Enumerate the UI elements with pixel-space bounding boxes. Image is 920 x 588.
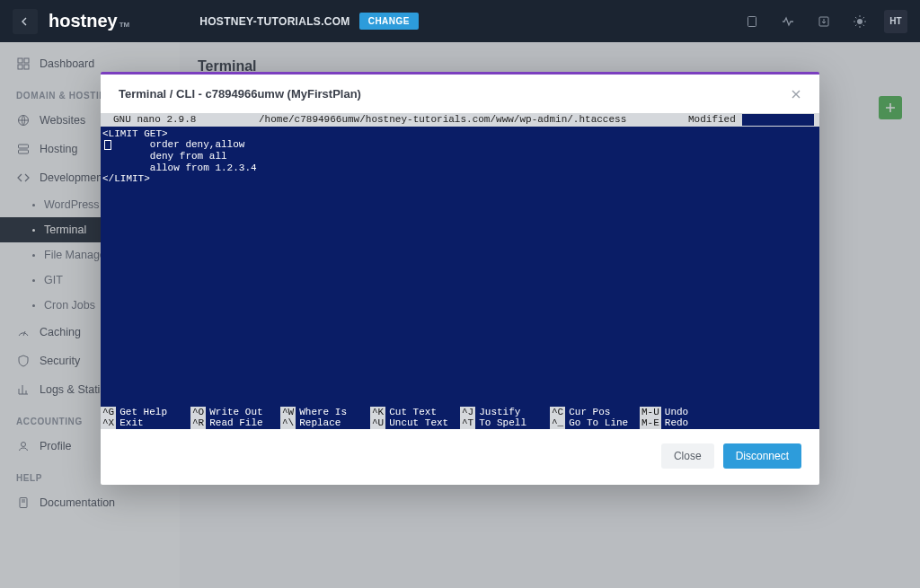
terminal-shortcut: ^TTo Spell (460, 417, 550, 429)
terminal-shortcut: ^KCut Text (370, 407, 460, 418)
shortcut-label: Replace (296, 417, 370, 429)
terminal-shortcut: ^GGet Help (101, 407, 190, 418)
back-button[interactable] (13, 9, 38, 34)
topbar: hostney TM HOSTNEY-TUTORIALS.COM CHANGE … (0, 0, 920, 42)
modal-header: Terminal / CLI - c7894966umw (MyFirstPla… (101, 75, 819, 113)
terminal-shortcut: ^_Go To Line (550, 417, 640, 429)
shortcut-label: Uncut Text (385, 417, 460, 429)
terminal-shortcut: ^\Replace (280, 417, 370, 429)
terminal-shortcut: ^UUncut Text (370, 417, 460, 429)
svg-line-8 (863, 24, 864, 25)
terminal-shortcut: ^WWhere Is (280, 407, 370, 418)
shortcut-key: ^G (101, 407, 116, 418)
terminal-shortcut: M-UUndo (640, 407, 730, 418)
terminal-modal: Terminal / CLI - c7894966umw (MyFirstPla… (101, 72, 819, 485)
shortcut-label: Undo (661, 407, 730, 418)
shortcut-key: M-U (640, 407, 661, 418)
shortcut-key: ^U (370, 417, 385, 429)
theme-icon[interactable] (848, 10, 871, 33)
svg-point-2 (857, 19, 862, 24)
shortcut-label: Exit (116, 417, 190, 429)
terminal-shortcut: ^JJustify (460, 407, 550, 418)
brand-text: hostney (49, 11, 118, 31)
shortcut-label: Redo (661, 417, 730, 429)
activity-icon[interactable] (776, 10, 800, 33)
topbar-right: HT (740, 10, 907, 33)
shortcut-key: ^C (550, 407, 565, 418)
avatar[interactable]: HT (884, 10, 907, 33)
modal-actions: Close Disconnect (101, 429, 819, 485)
shortcut-key: ^X (101, 417, 116, 429)
terminal-shortcut: ^CCur Pos (550, 407, 640, 418)
terminal-shortcut-bar: ^GGet Help^OWrite Out^WWhere Is^KCut Tex… (101, 407, 819, 429)
doc-icon[interactable] (740, 10, 764, 33)
terminal[interactable]: GNU nano 2.9.8 /home/c7894966umw/hostney… (101, 113, 819, 429)
terminal-cursor (104, 140, 111, 150)
svg-line-9 (863, 17, 864, 18)
terminal-file-path: /home/c7894966umw/hostney-tutorials.com/… (259, 114, 688, 126)
shortcut-key: ^J (460, 407, 475, 418)
svg-line-10 (855, 24, 856, 25)
terminal-shortcut: ^XExit (101, 417, 190, 429)
svg-line-7 (855, 17, 856, 18)
shortcut-label: Where Is (296, 407, 370, 418)
modal-close-button[interactable] (791, 89, 801, 100)
shortcut-label: Cur Pos (565, 407, 640, 418)
shortcut-key: ^T (460, 417, 475, 429)
brand-tm: TM (119, 21, 130, 29)
terminal-shortcut: M-ERedo (640, 417, 730, 429)
shortcut-label: Read File (206, 417, 280, 429)
svg-rect-0 (748, 16, 756, 26)
terminal-shortcut (730, 417, 819, 429)
terminal-shortcut: ^RRead File (190, 417, 280, 429)
shortcut-label: Cut Text (385, 407, 460, 418)
shortcut-key: ^_ (550, 417, 565, 429)
shortcut-label: Get Help (116, 407, 190, 418)
terminal-status-bar: GNU nano 2.9.8 /home/c7894966umw/hostney… (101, 113, 819, 127)
terminal-modified-status: Modified (688, 114, 742, 126)
terminal-editor-name: GNU nano 2.9.8 (106, 114, 259, 126)
terminal-body[interactable]: <LIMIT GET> order deny,allow deny from a… (101, 127, 819, 407)
terminal-shortcut: ^OWrite Out (190, 407, 280, 418)
shortcut-key: ^W (280, 407, 296, 418)
change-domain-button[interactable]: CHANGE (359, 13, 419, 30)
shortcut-key: ^O (190, 407, 206, 418)
shortcut-key: ^R (190, 417, 206, 429)
shortcut-label: Justify (475, 407, 550, 418)
close-icon (791, 89, 801, 100)
shortcut-key: M-E (640, 417, 661, 429)
current-domain: HOSTNEY-TUTORIALS.COM (199, 15, 349, 28)
export-icon[interactable] (812, 10, 836, 33)
shortcut-key: ^K (370, 407, 385, 418)
close-button[interactable]: Close (661, 443, 714, 469)
brand-logo[interactable]: hostney TM (49, 11, 129, 31)
shortcut-key: ^\ (280, 417, 296, 429)
shortcut-label: Write Out (206, 407, 280, 418)
terminal-shortcut (730, 407, 819, 418)
shortcut-label: Go To Line (565, 417, 640, 429)
disconnect-button[interactable]: Disconnect (723, 443, 801, 469)
chevron-left-icon (21, 17, 30, 26)
modal-title: Terminal / CLI - c7894966umw (MyFirstPla… (119, 87, 361, 101)
shortcut-label: To Spell (475, 417, 550, 429)
